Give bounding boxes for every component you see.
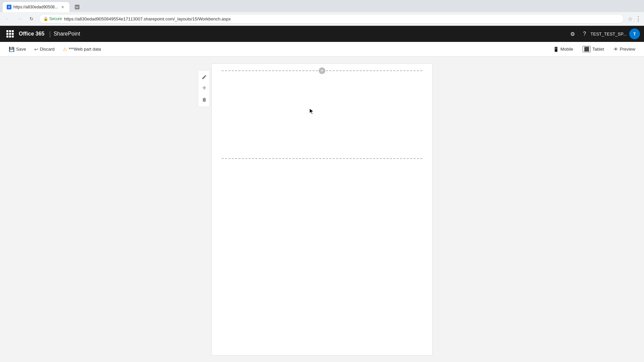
- tab-favicon: S: [7, 5, 11, 9]
- save-label: Save: [16, 47, 26, 52]
- tablet-label: Tablet: [592, 47, 604, 52]
- active-tab[interactable]: S https://a830edad90508... ×: [3, 2, 69, 12]
- webpart-warning-button[interactable]: ⚠ ***Web part data: [59, 45, 105, 54]
- back-button[interactable]: ←: [3, 14, 12, 23]
- user-name-label: TEST_TEST_SP...: [591, 32, 627, 37]
- main-content: +: [0, 57, 644, 362]
- tablet-icon: ⬛: [583, 46, 591, 52]
- tab-title: https://a830edad90508...: [13, 5, 58, 9]
- office365-label: Office 365: [19, 31, 44, 37]
- edit-icon: [202, 74, 207, 80]
- discard-icon: ↩: [34, 47, 38, 52]
- webpart-top-divider: +: [222, 70, 422, 71]
- mouse-cursor: [309, 108, 316, 117]
- avatar-initials: T: [633, 32, 636, 37]
- address-bar[interactable]: 🔒 Secure https://a830edad9050849554e1711…: [39, 14, 624, 23]
- secure-label: Secure: [49, 16, 62, 21]
- preview-icon: 👁: [613, 47, 618, 52]
- webpart-warning-label: ***Web part data: [69, 47, 101, 52]
- webpart-bottom-divider: [222, 158, 422, 159]
- sharepoint-label: SharePoint: [54, 31, 80, 37]
- settings-icon: ⚙: [570, 31, 575, 37]
- address-bar-row: ← → ↻ 🔒 Secure https://a830edad905084955…: [0, 12, 644, 25]
- toolbar: 💾 Save ↩ Discard ⚠ ***Web part data 📱 Mo…: [0, 42, 644, 57]
- mobile-label: Mobile: [560, 47, 573, 52]
- warning-icon: ⚠: [63, 47, 67, 52]
- preview-button[interactable]: 👁 Preview: [610, 45, 639, 54]
- move-webpart-button[interactable]: [198, 83, 210, 94]
- mobile-view-button[interactable]: 📱 Mobile: [550, 45, 577, 54]
- forward-button[interactable]: →: [15, 14, 24, 23]
- bookmark-button[interactable]: ☆: [628, 16, 633, 22]
- inactive-tab-favicon: ▭: [75, 5, 79, 9]
- delete-webpart-button[interactable]: [198, 95, 210, 105]
- secure-badge: 🔒 Secure: [43, 16, 62, 21]
- tablet-view-button[interactable]: ⬛ Tablet: [579, 44, 607, 54]
- add-webpart-button[interactable]: +: [318, 67, 326, 75]
- help-button[interactable]: ?: [579, 28, 591, 40]
- discard-label: Discard: [40, 47, 55, 52]
- tab-close-button[interactable]: ×: [60, 4, 65, 10]
- waffle-grid-icon: [6, 30, 14, 38]
- webpart-action-panel: [198, 70, 210, 107]
- settings-button[interactable]: ⚙: [567, 28, 579, 40]
- inactive-tab[interactable]: ▭: [72, 2, 86, 12]
- discard-button[interactable]: ↩ Discard: [31, 45, 58, 54]
- app-launcher-button[interactable]: [4, 28, 16, 40]
- toolbar-right: 📱 Mobile ⬛ Tablet 👁 Preview: [550, 44, 639, 54]
- header-divider: |: [49, 30, 51, 38]
- help-icon: ?: [583, 31, 586, 37]
- webpart-content-area[interactable]: [222, 74, 422, 155]
- preview-label: Preview: [620, 47, 635, 52]
- more-options-button[interactable]: ⋮: [635, 15, 641, 22]
- user-avatar[interactable]: T: [629, 28, 640, 39]
- move-icon: [202, 86, 207, 91]
- edit-webpart-button[interactable]: [198, 72, 210, 82]
- url-text: https://a830edad9050849554e17113007.shar…: [64, 16, 231, 21]
- lock-icon: 🔒: [43, 16, 48, 21]
- delete-icon: [202, 97, 207, 103]
- save-icon: 💾: [9, 47, 14, 52]
- save-button[interactable]: 💾 Save: [5, 45, 30, 54]
- refresh-button[interactable]: ↻: [27, 14, 36, 23]
- page-canvas: +: [211, 63, 433, 356]
- tab-bar: S https://a830edad90508... × ▭: [0, 0, 644, 12]
- mobile-icon: 📱: [553, 47, 559, 52]
- app-header: Office 365 | SharePoint ⚙ ? TEST_TEST_SP…: [0, 26, 644, 42]
